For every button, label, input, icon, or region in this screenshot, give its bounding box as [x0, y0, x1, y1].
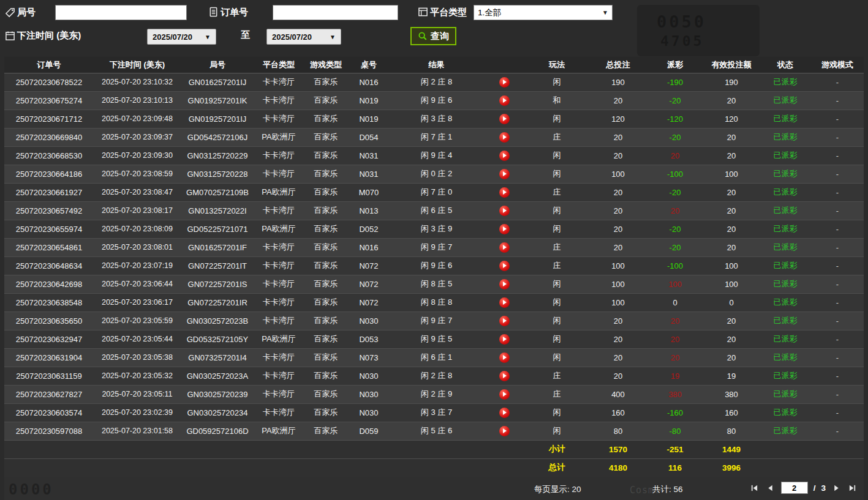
- cell-time: 2025-07-20 23:09:30: [94, 146, 181, 165]
- cell-valid_bet: 100: [703, 256, 760, 275]
- cell-platform: PA欧洲厅: [254, 330, 303, 348]
- cell-mode: -: [811, 330, 864, 348]
- play-icon[interactable]: [499, 114, 510, 124]
- cell-status: 已派彩: [760, 220, 811, 238]
- play-icon[interactable]: [499, 206, 510, 216]
- play-icon[interactable]: [499, 132, 510, 143]
- cell-mode: -: [811, 220, 864, 238]
- cell-mode: -: [811, 403, 864, 422]
- play-icon[interactable]: [499, 242, 510, 253]
- cell-game_type: 百家乐: [303, 183, 349, 201]
- table-row: 2507202306619272025-07-20 23:08:47GM0702…: [4, 183, 864, 201]
- play-video-cell: [484, 128, 524, 146]
- play-icon[interactable]: [499, 371, 510, 381]
- last-page-button[interactable]: [847, 483, 858, 493]
- cell-table_no: D054: [349, 128, 389, 146]
- page-input[interactable]: [781, 482, 808, 494]
- cell-valid_bet: 20: [703, 128, 760, 146]
- cell-play: 庄: [524, 183, 589, 201]
- cell-total_bet: 100: [589, 275, 647, 293]
- cell-order: 250720230675274: [4, 91, 94, 110]
- cell-payout: -120: [647, 110, 703, 128]
- cell-game_type: 百家乐: [303, 146, 349, 165]
- cell-game: GN019257201IK: [181, 91, 254, 110]
- table-row: 2507202306356502025-07-20 23:05:59GN0302…: [4, 312, 864, 330]
- cell-game_type: 百家乐: [303, 275, 349, 293]
- play-icon[interactable]: [499, 408, 510, 418]
- date-to-button[interactable]: 2025/07/20 ▼: [266, 29, 341, 45]
- play-icon[interactable]: [499, 169, 510, 179]
- cell-table_no: N030: [349, 312, 389, 330]
- play-icon[interactable]: [499, 353, 510, 363]
- play-icon[interactable]: [499, 187, 510, 198]
- cell-game_type: 百家乐: [303, 238, 349, 256]
- order-no-input[interactable]: [273, 5, 398, 20]
- cell-time: 2025-07-20 23:07:19: [94, 256, 181, 275]
- table-row: 2507202306574922025-07-20 23:08:17GN0132…: [4, 201, 864, 220]
- total-row-platform: [254, 458, 303, 477]
- play-icon[interactable]: [499, 334, 510, 345]
- cell-platform: 卡卡湾厅: [254, 146, 303, 165]
- play-icon[interactable]: [499, 316, 510, 326]
- play-icon[interactable]: [499, 297, 510, 308]
- cell-time: 2025-07-20 23:05:44: [94, 330, 181, 348]
- pager: / 3: [749, 482, 858, 494]
- play-icon[interactable]: [499, 426, 510, 436]
- subtotal-row-platform: [254, 440, 303, 458]
- cell-result: 闲 2 庄 8: [389, 367, 484, 385]
- next-page-button[interactable]: [831, 483, 842, 493]
- play-video-cell: [484, 183, 524, 201]
- play-video-cell: [484, 422, 524, 440]
- cell-table_no: N072: [349, 275, 389, 293]
- cell-order: 250720230655974: [4, 220, 94, 238]
- game-no-input[interactable]: [55, 5, 187, 20]
- cell-play: 闲: [524, 220, 589, 238]
- play-icon[interactable]: [499, 151, 510, 161]
- cell-order: 250720230627827: [4, 385, 94, 403]
- play-icon[interactable]: [499, 261, 510, 271]
- first-page-button[interactable]: [749, 483, 760, 493]
- cell-result: 闲 2 庄 8: [389, 73, 484, 91]
- cell-status: 已派彩: [760, 91, 811, 110]
- cell-status: 已派彩: [760, 403, 811, 422]
- search-button[interactable]: 查询: [410, 27, 456, 45]
- play-video-cell: [484, 110, 524, 128]
- cell-play: 闲: [524, 73, 589, 91]
- total-count-label: 共计: 56: [652, 484, 683, 495]
- date-from-button[interactable]: 2025/07/20 ▼: [147, 29, 216, 45]
- calendar-icon: [5, 31, 15, 41]
- total-row-time: [94, 458, 181, 477]
- total-row-status: [760, 458, 811, 477]
- cell-game: GD0532572105Y: [181, 330, 254, 348]
- platform-select[interactable]: 1.全部 ▼: [474, 5, 613, 20]
- subtotal-row-icon: [484, 440, 524, 458]
- cell-valid_bet: 20: [703, 146, 760, 165]
- cell-time: 2025-07-20 23:08:17: [94, 201, 181, 220]
- table-row: 2507202306329472025-07-20 23:05:44GD0532…: [4, 330, 864, 348]
- play-video-cell: [484, 330, 524, 348]
- play-icon[interactable]: [499, 224, 510, 234]
- cell-valid_bet: 20: [703, 348, 760, 367]
- prev-page-button[interactable]: [765, 483, 776, 493]
- play-icon[interactable]: [499, 77, 510, 88]
- cell-status: 已派彩: [760, 165, 811, 183]
- play-icon[interactable]: [499, 389, 510, 400]
- cell-status: 已派彩: [760, 238, 811, 256]
- play-icon[interactable]: [499, 279, 510, 289]
- play-icon[interactable]: [499, 95, 510, 106]
- cell-game: GN019257201IJ: [181, 110, 254, 128]
- total-row-table_no: [349, 458, 389, 477]
- cell-game_type: 百家乐: [303, 385, 349, 403]
- cell-payout: 0: [647, 293, 703, 312]
- cell-payout: 20: [647, 330, 703, 348]
- subtotal-row-game_type: [303, 440, 349, 458]
- cell-mode: -: [811, 201, 864, 220]
- table-row: 2507202306698402025-07-20 23:09:37GD0542…: [4, 128, 864, 146]
- cell-valid_bet: 20: [703, 238, 760, 256]
- cell-platform: 卡卡湾厅: [254, 348, 303, 367]
- cell-table_no: D053: [349, 330, 389, 348]
- cell-result: 闲 3 庄 9: [389, 220, 484, 238]
- table-row: 2507202306319042025-07-20 23:05:38GN0732…: [4, 348, 864, 367]
- cell-valid_bet: 160: [703, 403, 760, 422]
- cell-platform: 卡卡湾厅: [254, 256, 303, 275]
